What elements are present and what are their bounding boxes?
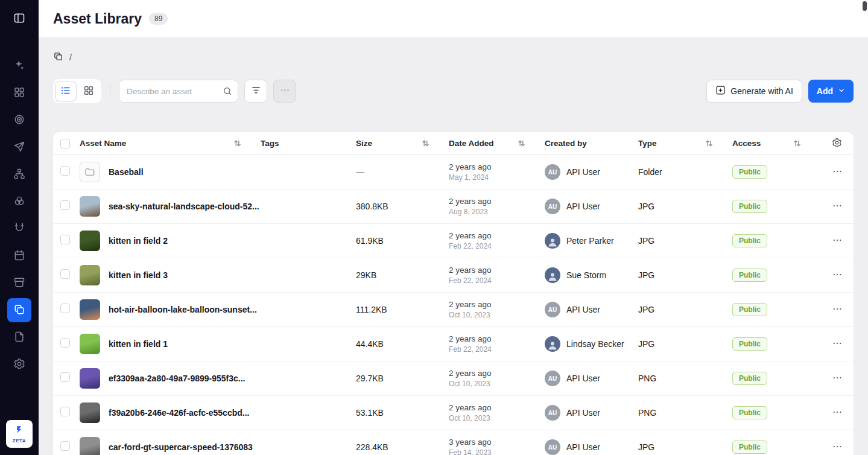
table-row[interactable]: ef3309aa-2a80-49a7-9899-955f3c... 29.7KB…	[53, 361, 854, 396]
date-added-cell: 2 years ago Aug 8, 2023	[449, 197, 545, 216]
table-header: Asset Name Tags Size Date Added	[53, 132, 854, 155]
column-header-date-added[interactable]: Date Added	[449, 139, 545, 148]
avatar: AU	[545, 302, 560, 317]
sidebar-item-assets[interactable]	[7, 298, 31, 322]
asset-name[interactable]: car-ford-gt-supercar-speed-1376083	[109, 442, 253, 452]
sidebar-item-settings[interactable]	[7, 352, 31, 377]
column-header-asset-name[interactable]: Asset Name	[80, 139, 261, 148]
ellipsis-icon	[832, 338, 843, 351]
generate-with-ai-button[interactable]: Generate with AI	[706, 80, 802, 103]
row-actions-button[interactable]	[832, 372, 843, 385]
table-row[interactable]: Baseball — 2 years ago May 1, 2024 AU AP…	[53, 155, 854, 189]
row-actions-button[interactable]	[832, 407, 843, 419]
asset-name[interactable]: f39a20b6-246e-426f-acfc-e55ccbd...	[109, 408, 249, 418]
sort-icon[interactable]	[233, 139, 241, 147]
search-box	[119, 80, 238, 103]
sidebar-item-journeys[interactable]	[7, 162, 31, 186]
table-settings-button[interactable]	[832, 138, 842, 150]
asset-name[interactable]: hot-air-balloon-lake-balloon-sunset...	[109, 305, 257, 314]
row-actions-button[interactable]	[832, 166, 843, 179]
sidebar-item-campaigns[interactable]	[7, 135, 31, 159]
row-checkbox[interactable]	[60, 269, 70, 279]
row-checkbox[interactable]	[60, 200, 70, 210]
sort-icon[interactable]	[518, 139, 525, 147]
date-relative: 2 years ago	[449, 369, 545, 378]
sidebar-item-segments[interactable]	[7, 189, 31, 214]
filter-icon	[251, 85, 261, 97]
asset-name[interactable]: kitten in field 1	[109, 339, 168, 349]
sidebar-item-calendar[interactable]	[7, 244, 31, 268]
asset-size: 53.1KB	[356, 408, 449, 418]
date-absolute: Oct 10, 2023	[449, 414, 545, 422]
asset-name[interactable]: kitten in field 3	[109, 270, 168, 280]
row-actions-button[interactable]	[832, 441, 843, 454]
panel-left-icon	[13, 12, 25, 26]
collapse-sidebar-button[interactable]	[8, 8, 30, 30]
row-actions-button[interactable]	[832, 304, 843, 316]
asset-type: JPG	[638, 270, 732, 280]
table-row[interactable]: car-ford-gt-supercar-speed-1376083 228.4…	[53, 430, 854, 455]
row-actions-button[interactable]	[832, 269, 843, 282]
sidebar-top	[0, 0, 39, 38]
creator-name: API User	[566, 374, 600, 383]
access-badge: Public	[732, 372, 767, 385]
row-actions-button[interactable]	[832, 200, 843, 213]
row-checkbox[interactable]	[60, 441, 70, 451]
select-all-checkbox[interactable]	[60, 139, 70, 148]
calendar-icon	[13, 249, 25, 263]
sidebar-item-acquisition[interactable]	[7, 217, 31, 241]
date-added-cell: 2 years ago May 1, 2024	[449, 162, 545, 182]
table-row[interactable]: kitten in field 3 29KB 2 years ago Feb 2…	[53, 258, 854, 293]
row-checkbox[interactable]	[60, 372, 70, 382]
sidebar-item-documents[interactable]	[7, 325, 31, 349]
column-header-created-by[interactable]: Created by	[545, 139, 638, 148]
filter-button[interactable]	[244, 80, 267, 103]
sort-icon[interactable]	[422, 139, 429, 147]
grid-view-icon	[83, 85, 94, 98]
asset-type: JPG	[638, 305, 732, 314]
date-relative: 2 years ago	[449, 197, 545, 206]
asset-table: Asset Name Tags Size Date Added	[53, 132, 854, 455]
list-view-button[interactable]	[55, 81, 77, 101]
column-header-type[interactable]: Type	[638, 139, 732, 148]
row-actions-button[interactable]	[832, 235, 843, 247]
page-header: Asset Library 89	[39, 0, 868, 38]
column-header-tags[interactable]: Tags	[261, 139, 356, 148]
asset-name[interactable]: ef3309aa-2a80-49a7-9899-955f3c...	[109, 374, 246, 383]
column-header-access[interactable]: Access	[732, 139, 820, 148]
date-added-cell: 3 years ago Feb 14, 2023	[449, 438, 545, 455]
more-options-button[interactable]	[273, 80, 296, 103]
column-header-size[interactable]: Size	[356, 139, 449, 148]
row-checkbox[interactable]	[60, 235, 70, 244]
sidebar-item-ai[interactable]	[7, 54, 31, 78]
assets-stack-icon	[13, 304, 25, 317]
row-checkbox[interactable]	[60, 338, 70, 348]
column-label: Tags	[261, 139, 279, 148]
sidebar-item-dashboard[interactable]	[7, 81, 31, 105]
table-row[interactable]: kitten in field 1 44.4KB 2 years ago Feb…	[53, 327, 854, 361]
asset-size: 228.4KB	[356, 442, 449, 452]
table-row[interactable]: kitten in field 2 61.9KB 2 years ago Feb…	[53, 224, 854, 258]
search-input[interactable]	[119, 80, 238, 103]
date-added-cell: 2 years ago Oct 10, 2023	[449, 369, 545, 388]
sidebar-item-targeting[interactable]	[7, 108, 31, 132]
row-checkbox[interactable]	[60, 166, 70, 176]
asset-name[interactable]: kitten in field 2	[109, 236, 168, 246]
access-badge: Public	[732, 269, 767, 282]
table-row[interactable]: f39a20b6-246e-426f-acfc-e55ccbd... 53.1K…	[53, 396, 854, 430]
asset-name[interactable]: Baseball	[109, 167, 144, 177]
row-checkbox[interactable]	[60, 407, 70, 416]
sidebar-item-storage[interactable]	[7, 271, 31, 295]
table-row[interactable]: hot-air-balloon-lake-balloon-sunset... 1…	[53, 293, 854, 327]
scrollbar-thumb[interactable]	[863, 1, 867, 11]
row-actions-button[interactable]	[832, 338, 843, 351]
row-checkbox[interactable]	[60, 304, 70, 313]
add-button[interactable]: Add	[808, 80, 854, 103]
table-row[interactable]: sea-sky-natural-landscape-cloud-52... 38…	[53, 189, 854, 224]
grid-view-button[interactable]	[78, 81, 100, 101]
sort-icon[interactable]	[793, 139, 801, 147]
sort-icon[interactable]	[705, 139, 713, 147]
page-title: Asset Library	[53, 11, 142, 27]
asset-name[interactable]: sea-sky-natural-landscape-cloud-52...	[109, 202, 259, 211]
breadcrumb-root-button[interactable]	[53, 51, 63, 63]
